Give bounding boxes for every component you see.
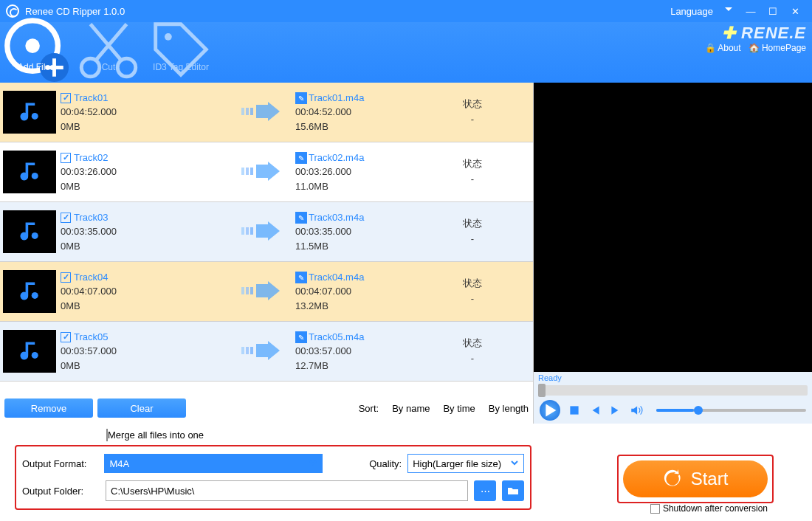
language-label: Language xyxy=(670,6,713,17)
arrow-icon xyxy=(229,339,295,364)
arrow-icon xyxy=(229,160,295,184)
volume-slider[interactable] xyxy=(656,409,806,412)
svg-rect-7 xyxy=(241,108,244,115)
output-folder-label: Output Folder: xyxy=(22,486,100,497)
status-label: 状态 xyxy=(443,97,502,112)
track-row[interactable]: ✓Track0200:03:26.0000MB✎Track02.m4a00:03… xyxy=(0,142,533,202)
sort-by-name[interactable]: By name xyxy=(392,403,430,414)
output-size: 11.5MB xyxy=(295,239,443,254)
svg-rect-26 xyxy=(570,406,578,414)
about-link[interactable]: 🔒 About xyxy=(705,43,741,53)
player-status: Ready xyxy=(534,372,812,384)
svg-rect-20 xyxy=(246,287,249,294)
browse-folder-button[interactable] xyxy=(502,480,524,501)
stop-button[interactable] xyxy=(568,404,581,417)
merge-label: Merge all files into one xyxy=(108,429,204,441)
track-size: 0MB xyxy=(61,299,229,314)
output-duration: 00:04:52.000 xyxy=(295,105,443,120)
svg-point-22 xyxy=(32,352,38,359)
output-format-combo[interactable]: M4A xyxy=(104,454,323,473)
arrow-icon xyxy=(229,220,295,244)
edit-icon[interactable]: ✎ xyxy=(295,212,307,224)
track-checkbox[interactable]: ✓ xyxy=(61,213,71,223)
chevron-down-icon xyxy=(510,458,519,469)
remove-button[interactable]: Remove xyxy=(4,398,93,418)
tag-icon xyxy=(145,37,217,62)
track-row[interactable]: ✓Track0100:04:52.0000MB✎Track01.m4a00:04… xyxy=(0,83,533,142)
close-button[interactable]: ✕ xyxy=(784,6,806,17)
svg-rect-9 xyxy=(250,108,253,115)
svg-rect-19 xyxy=(241,287,244,294)
prev-button[interactable] xyxy=(588,404,602,417)
maximize-button[interactable]: ☐ xyxy=(762,6,784,17)
start-button[interactable]: Start xyxy=(623,460,768,497)
language-dropdown[interactable] xyxy=(718,5,740,17)
output-duration: 00:04:07.000 xyxy=(295,284,443,299)
start-highlight: Start xyxy=(617,455,774,503)
output-format-label: Output Format: xyxy=(22,458,98,469)
seek-slider[interactable] xyxy=(538,385,808,396)
refresh-icon xyxy=(663,469,682,489)
more-options-button[interactable]: ⋯ xyxy=(474,480,496,501)
track-name: Track04 xyxy=(74,270,108,285)
svg-rect-16 xyxy=(246,227,249,235)
edit-icon[interactable]: ✎ xyxy=(295,92,307,104)
status-label: 状态 xyxy=(443,276,502,291)
next-button[interactable] xyxy=(609,404,622,417)
track-checkbox[interactable]: ✓ xyxy=(61,153,71,163)
output-duration: 00:03:26.000 xyxy=(295,165,443,179)
track-list[interactable]: ✓Track0100:04:52.0000MB✎Track01.m4a00:04… xyxy=(0,83,533,393)
scissors-icon xyxy=(72,37,145,62)
track-checkbox[interactable]: ✓ xyxy=(61,272,71,283)
svg-point-6 xyxy=(32,113,38,120)
sort-by-length[interactable]: By length xyxy=(489,403,529,414)
preview-panel xyxy=(534,83,812,372)
track-row[interactable]: ✓Track0400:04:07.0000MB✎Track04.m4a00:04… xyxy=(0,262,533,322)
track-size: 0MB xyxy=(61,239,229,254)
svg-point-10 xyxy=(32,173,38,179)
add-files-button[interactable]: Add Files xyxy=(0,32,72,72)
volume-icon[interactable] xyxy=(630,404,643,417)
svg-rect-17 xyxy=(250,227,253,235)
svg-point-1 xyxy=(25,38,40,53)
status-value: - xyxy=(443,351,502,367)
clear-button[interactable]: Clear xyxy=(97,398,186,418)
svg-rect-24 xyxy=(246,347,249,354)
track-thumb-icon xyxy=(3,151,56,193)
svg-point-5 xyxy=(165,33,172,41)
output-name: Track03.m4a xyxy=(309,212,364,223)
bottom-panel: Merge all files into one Output Format: … xyxy=(0,424,812,520)
status-label: 状态 xyxy=(443,216,502,232)
output-size: 13.2MB xyxy=(295,299,443,314)
track-checkbox[interactable]: ✓ xyxy=(61,93,71,103)
svg-point-4 xyxy=(117,58,136,77)
status-value: - xyxy=(443,172,502,187)
sort-by-time[interactable]: By time xyxy=(443,403,475,414)
play-button[interactable] xyxy=(540,400,560,421)
track-row[interactable]: ✓Track0300:03:35.0000MB✎Track03.m4a00:03… xyxy=(0,202,533,262)
svg-point-3 xyxy=(81,58,100,77)
track-name: Track01 xyxy=(74,91,108,106)
edit-icon[interactable]: ✎ xyxy=(295,152,307,164)
svg-rect-13 xyxy=(250,168,253,175)
edit-icon[interactable]: ✎ xyxy=(295,331,307,343)
track-duration: 00:04:07.000 xyxy=(61,284,229,299)
track-thumb-icon xyxy=(3,330,56,373)
chevron-down-icon xyxy=(309,458,317,469)
output-folder-input[interactable]: C:\Users\HP\Music\ xyxy=(106,480,468,501)
shutdown-checkbox[interactable] xyxy=(650,504,660,514)
track-checkbox[interactable]: ✓ xyxy=(61,332,71,342)
track-size: 0MB xyxy=(61,179,229,194)
svg-rect-12 xyxy=(246,168,249,175)
track-size: 0MB xyxy=(61,359,229,373)
id3-editor-button[interactable]: ID3 Tag Editor xyxy=(145,32,217,72)
shutdown-label: Shutdown after conversion xyxy=(663,503,768,514)
cut-button[interactable]: Cut xyxy=(72,32,145,72)
minimize-button[interactable]: — xyxy=(740,6,762,17)
homepage-link[interactable]: 🏠 HomePage xyxy=(749,43,806,53)
track-row[interactable]: ✓Track0500:03:57.0000MB✎Track05.m4a00:03… xyxy=(0,322,533,382)
edit-icon[interactable]: ✎ xyxy=(295,272,307,283)
brand-area: ✚ RENE.E 🔒 About 🏠 HomePage xyxy=(705,24,806,53)
quality-combo[interactable]: High(Larger file size) xyxy=(407,454,524,473)
track-name: Track02 xyxy=(74,151,108,165)
